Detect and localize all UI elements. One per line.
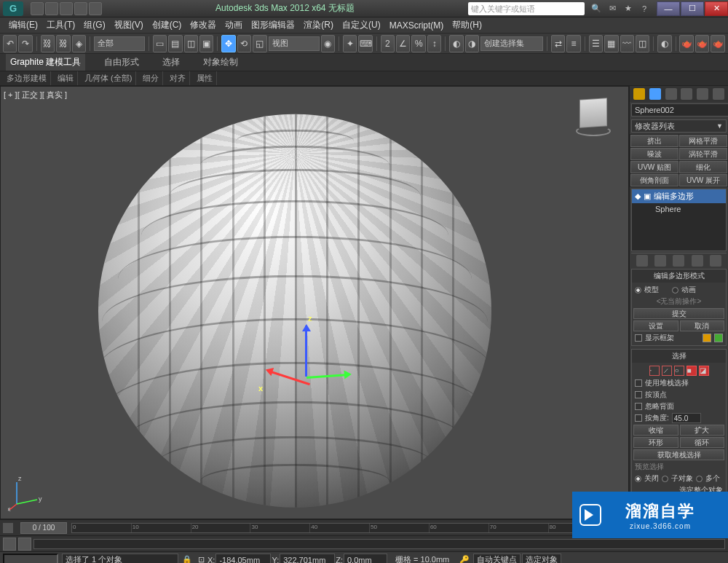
menu-tools[interactable]: 工具(T) bbox=[42, 19, 79, 31]
menu-view[interactable]: 视图(V) bbox=[110, 19, 148, 31]
select-object-icon[interactable]: ▭ bbox=[153, 35, 167, 52]
trackbar-track[interactable] bbox=[33, 539, 725, 549]
expand-icon[interactable]: ▣ bbox=[644, 192, 651, 201]
pivot-icon[interactable]: ◉ bbox=[321, 35, 335, 52]
select-region-icon[interactable]: ◫ bbox=[184, 35, 198, 52]
rollout-title[interactable]: 编辑多边形模式 bbox=[632, 269, 726, 283]
qat-new-icon[interactable] bbox=[31, 2, 44, 15]
maximize-button[interactable]: ☐ bbox=[681, 1, 704, 16]
ribbon-tab-selection[interactable]: 选择 bbox=[158, 54, 184, 71]
radio-model[interactable] bbox=[635, 287, 641, 294]
modifier-stack[interactable]: ◆ ▣ 编辑多边形 Sphere bbox=[631, 189, 727, 251]
app-logo-icon[interactable]: G bbox=[3, 1, 23, 16]
viewport-label[interactable]: [ + ][ 正交 ][ 真实 ] bbox=[4, 90, 67, 101]
select-rotate-icon[interactable]: ⟲ bbox=[237, 35, 251, 52]
selected-obj-dd[interactable]: 选定对象 bbox=[522, 554, 561, 563]
show-cage-checkbox[interactable] bbox=[635, 334, 642, 342]
bind-space-icon[interactable]: ◈ bbox=[72, 35, 86, 52]
radio-subobj[interactable] bbox=[662, 476, 668, 482]
material-editor-icon[interactable]: ◐ bbox=[657, 35, 671, 52]
coord-toggle-icon[interactable]: ⊡ bbox=[198, 555, 205, 563]
keyboard-shortcut-icon[interactable]: ⌨ bbox=[358, 35, 372, 52]
create-tab-icon[interactable] bbox=[633, 88, 645, 100]
mirror-icon[interactable]: ⇄ bbox=[551, 35, 565, 52]
utilities-tab-icon[interactable] bbox=[713, 88, 724, 100]
render-icon[interactable]: 🫖 bbox=[711, 35, 724, 52]
grow-button[interactable]: 扩大 bbox=[680, 425, 725, 436]
qat-redo-icon[interactable] bbox=[89, 2, 102, 15]
menu-edit[interactable]: 编辑(E) bbox=[4, 19, 42, 31]
curve-editor-icon[interactable]: 〰 bbox=[620, 35, 634, 52]
align-icon[interactable]: ≡ bbox=[566, 35, 580, 52]
settings-button[interactable]: 设置 bbox=[633, 320, 678, 331]
mod-uvwunwrap[interactable]: UVW 展开 bbox=[679, 174, 727, 186]
object-name-input[interactable] bbox=[631, 103, 728, 117]
menu-animation[interactable]: 动画 bbox=[221, 19, 247, 31]
graphite-icon[interactable]: ▦ bbox=[604, 35, 618, 52]
modifier-list-dropdown[interactable]: 修改器列表▼ bbox=[631, 119, 727, 133]
mod-tessellate[interactable]: 细化 bbox=[679, 161, 727, 173]
sub-edit[interactable]: 编辑 bbox=[54, 71, 78, 85]
y-coord[interactable]: 322.701mm bbox=[280, 554, 335, 563]
cage-color2[interactable] bbox=[714, 334, 723, 342]
qat-save-icon[interactable] bbox=[60, 2, 73, 15]
sub-align[interactable]: 对齐 bbox=[166, 71, 190, 85]
motion-tab-icon[interactable] bbox=[681, 88, 692, 100]
sub-polymodel[interactable]: 多边形建模 bbox=[3, 71, 51, 85]
search-icon[interactable]: 🔍 bbox=[590, 3, 602, 15]
undo-icon[interactable]: ↶ bbox=[3, 35, 17, 52]
hierarchy-tab-icon[interactable] bbox=[665, 88, 677, 100]
menu-maxscript[interactable]: MAXScript(M) bbox=[385, 20, 448, 31]
lightbulb-icon[interactable]: ◆ bbox=[635, 192, 641, 201]
commit-button[interactable]: 提交 bbox=[633, 308, 724, 319]
sub-geometry[interactable]: 几何体 (全部) bbox=[81, 71, 136, 85]
mod-extrude[interactable]: 挤出 bbox=[630, 135, 678, 147]
mod-meshsmooth[interactable]: 网格平滑 bbox=[679, 135, 727, 147]
key-mode-icon[interactable]: 🔑 bbox=[459, 555, 470, 563]
select-move-icon[interactable]: ✥ bbox=[221, 35, 235, 52]
chk-byvertex[interactable] bbox=[635, 391, 642, 398]
edged-faces-icon[interactable]: ◐ bbox=[449, 35, 463, 52]
layer-manager-icon[interactable]: ☰ bbox=[589, 35, 603, 52]
render-setup-icon[interactable]: 🫖 bbox=[679, 35, 693, 52]
mod-turbosmooth[interactable]: 涡轮平滑 bbox=[679, 148, 727, 160]
cancel-button[interactable]: 取消 bbox=[680, 320, 725, 331]
sphere-object[interactable] bbox=[98, 114, 491, 507]
stack-sphere[interactable]: Sphere bbox=[632, 203, 726, 215]
trackbar-filter-icon[interactable] bbox=[18, 538, 31, 551]
menu-create[interactable]: 创建(C) bbox=[148, 19, 186, 31]
select-name-icon[interactable]: ▤ bbox=[168, 35, 182, 52]
chk-usestack[interactable] bbox=[635, 379, 642, 387]
ref-coord-system[interactable]: 视图 bbox=[269, 36, 320, 51]
qat-undo-icon[interactable] bbox=[74, 2, 87, 15]
help-icon[interactable]: ? bbox=[638, 3, 650, 15]
qat-open-icon[interactable] bbox=[45, 2, 58, 15]
edged-faces2-icon[interactable]: ◑ bbox=[465, 35, 479, 52]
pin-stack-icon[interactable] bbox=[636, 255, 648, 267]
radio-off[interactable] bbox=[635, 476, 641, 482]
radio-anim[interactable] bbox=[672, 287, 678, 294]
minimize-button[interactable]: — bbox=[657, 1, 680, 16]
ribbon-tab-freeform[interactable]: 自由形式 bbox=[100, 54, 143, 71]
autokey-button[interactable]: 自动关键点 bbox=[473, 554, 521, 563]
angle-input[interactable] bbox=[672, 413, 701, 423]
sub-subdiv[interactable]: 细分 bbox=[139, 71, 163, 85]
menu-help[interactable]: 帮助(H) bbox=[448, 19, 486, 31]
x-coord[interactable]: -184.05mm bbox=[215, 554, 271, 563]
menu-grapheditors[interactable]: 图形编辑器 bbox=[247, 19, 299, 31]
sel-polygon-icon[interactable]: ■ bbox=[687, 366, 697, 376]
close-button[interactable]: ✕ bbox=[705, 1, 728, 16]
sel-vertex-icon[interactable]: · bbox=[649, 366, 660, 376]
lock-selection-icon[interactable]: 🔒 bbox=[182, 555, 192, 563]
unique-icon[interactable] bbox=[673, 255, 684, 267]
comm-center-icon[interactable]: ✉ bbox=[606, 3, 618, 15]
timeline-toggle-icon[interactable] bbox=[3, 523, 13, 533]
remove-mod-icon[interactable] bbox=[692, 255, 703, 267]
mod-bevelprofile[interactable]: 倒角剖面 bbox=[630, 174, 678, 186]
viewcube[interactable] bbox=[573, 95, 614, 136]
menu-rendering[interactable]: 渲染(R) bbox=[299, 19, 338, 31]
mod-uvwmap[interactable]: UVW 贴图 bbox=[630, 161, 678, 173]
favorites-icon[interactable]: ★ bbox=[622, 3, 634, 15]
mod-noise[interactable]: 噪波 bbox=[630, 148, 678, 160]
schematic-icon[interactable]: ◫ bbox=[636, 35, 649, 52]
